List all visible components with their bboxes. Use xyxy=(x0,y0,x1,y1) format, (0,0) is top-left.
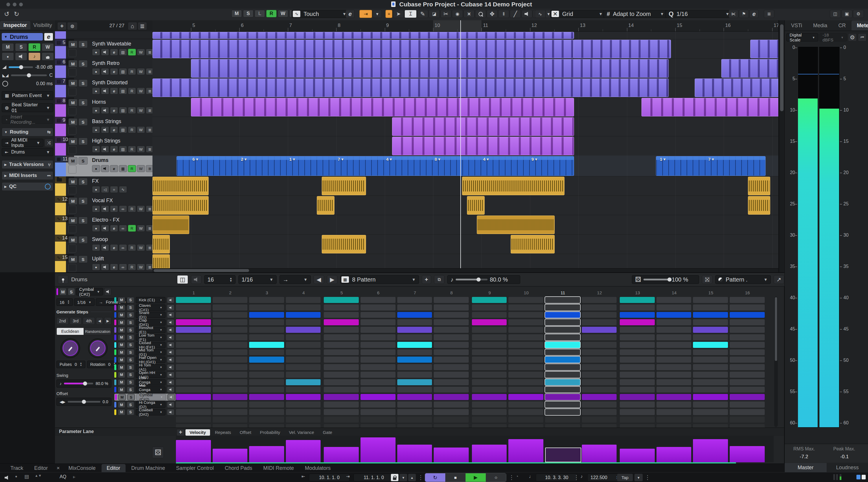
track-row-drums[interactable]: ▦11MSDrums●e▦RW≣ xyxy=(55,155,153,177)
setup-toolbar-button[interactable]: ⚙ xyxy=(853,10,864,18)
velocity-bar[interactable] xyxy=(730,446,765,462)
step-cell-active[interactable] xyxy=(545,357,580,363)
step-cell-active[interactable] xyxy=(434,394,469,400)
step-cell[interactable] xyxy=(249,327,284,333)
step-cell[interactable] xyxy=(582,334,617,340)
step-cell[interactable] xyxy=(545,409,580,415)
input-routing-dropdown[interactable]: ⇥ All MIDI Inputs ▼ xyxy=(2,139,43,147)
track-row-vocal-fx[interactable]: ∿12MSVocal FX●e∞RW≣ xyxy=(55,196,153,216)
step-cell-active[interactable] xyxy=(693,342,728,348)
step-cell[interactable] xyxy=(176,401,211,407)
step-cell[interactable] xyxy=(397,372,432,378)
monitor-button[interactable] xyxy=(101,49,109,56)
tab-track[interactable]: Track xyxy=(5,464,28,472)
track-row-fx[interactable]: MSFX●◁=∿ xyxy=(55,176,153,196)
step-cell-active[interactable] xyxy=(324,297,359,303)
read-button[interactable]: R xyxy=(128,225,136,232)
clip-audio[interactable] xyxy=(322,235,366,253)
insert-recording-dropdown[interactable]: ◔ Insert Recording... ▼ xyxy=(2,116,53,124)
lane-name-dropdown[interactable]: Closed HH (F#1)▼ xyxy=(136,342,165,348)
write-button[interactable]: W xyxy=(137,49,145,56)
track-row-high-strings[interactable]: ▤10MSHigh Strings●e▤RW≣ xyxy=(55,136,153,156)
step-cell-active[interactable] xyxy=(361,394,396,400)
record-arm-button[interactable]: ● xyxy=(92,107,100,114)
lane-solo-button[interactable]: S xyxy=(127,372,134,378)
lane-steps-stepper[interactable]: 16▲▼ xyxy=(56,299,73,306)
lane-name-dropdown[interactable]: Hi Tom (A1)▼ xyxy=(136,364,165,370)
step-cell[interactable] xyxy=(508,342,544,348)
read-button[interactable]: R xyxy=(128,49,136,56)
snap-type-dropdown[interactable]: ✕ Grid ▼ xyxy=(550,10,606,18)
lanes-button[interactable]: ≣ xyxy=(146,87,153,94)
record-ready-icon[interactable]: ● xyxy=(15,474,18,479)
step-cell-active[interactable] xyxy=(397,394,432,400)
step-cell[interactable] xyxy=(249,297,284,303)
tab-master[interactable]: Master xyxy=(785,463,827,472)
step-cell[interactable] xyxy=(286,334,321,340)
tool-split-toggle[interactable]: ≡ xyxy=(385,10,392,18)
drum-lane-7[interactable]: MSClosed HH (F#1)▼ xyxy=(114,341,175,348)
record-arm-button[interactable]: ● xyxy=(92,126,100,133)
lane-solo-button[interactable]: S xyxy=(127,409,134,415)
step-cell-active[interactable] xyxy=(545,379,580,385)
step-cell[interactable] xyxy=(656,319,691,325)
output-activity-icon[interactable] xyxy=(5,475,9,481)
lane-name-dropdown[interactable]: Half Open HH (G#1)▼ xyxy=(136,357,165,363)
track-picture[interactable] xyxy=(68,206,76,214)
pulses-knob[interactable] xyxy=(61,339,79,357)
lane-preview-button[interactable] xyxy=(167,334,175,341)
clip-violet[interactable] xyxy=(191,59,669,78)
velocity-bar[interactable] xyxy=(213,449,248,462)
lanes-button[interactable]: ≣ xyxy=(146,165,153,172)
add-parameter-button[interactable]: + xyxy=(177,429,185,436)
lane-mute-button[interactable]: M xyxy=(118,364,125,370)
step-cell[interactable] xyxy=(176,334,211,340)
drum-lane-8[interactable]: MSMid Tom (G1)▼ xyxy=(114,349,175,356)
step-cell[interactable] xyxy=(213,372,248,378)
step-cell[interactable] xyxy=(361,334,396,340)
step-cell-active[interactable] xyxy=(176,319,211,325)
step-cell[interactable] xyxy=(286,297,321,303)
step-cell[interactable] xyxy=(324,342,359,348)
track-picture[interactable] xyxy=(68,165,76,173)
step-cell[interactable] xyxy=(249,364,284,370)
step-cell[interactable] xyxy=(508,334,544,340)
step-cell[interactable] xyxy=(434,372,469,378)
track-row-swoop[interactable]: ∿14MSSwoop●e∞RW≣ xyxy=(55,235,153,254)
meter-reset-button[interactable]: ⏮ xyxy=(858,33,867,41)
clip-audio[interactable] xyxy=(153,235,170,253)
open-in-window-button[interactable]: ↗ xyxy=(774,275,784,284)
step-cell[interactable] xyxy=(730,387,765,393)
track-mute-button[interactable]: M xyxy=(68,197,78,205)
toolbar-listen[interactable]: L xyxy=(255,10,265,18)
track-solo-button[interactable]: S xyxy=(79,138,88,145)
clip-audio-dense[interactable] xyxy=(153,216,189,234)
step-cell[interactable] xyxy=(249,305,284,311)
record-arm-button[interactable]: ● xyxy=(2,52,14,60)
step-cell[interactable] xyxy=(213,342,248,348)
lane-preview-button[interactable] xyxy=(167,372,175,378)
playhead[interactable] xyxy=(460,20,461,272)
step-cell[interactable] xyxy=(249,409,284,415)
section-track-versions[interactable]: ▶ Track Versions ⑂ xyxy=(2,160,53,169)
edit-channel-button[interactable]: e xyxy=(110,87,118,94)
step-cell-active[interactable] xyxy=(472,319,507,325)
step-cell[interactable] xyxy=(730,334,765,340)
lane-solo-button[interactable]: S xyxy=(127,401,134,408)
lane-solo-button[interactable]: S xyxy=(127,364,134,370)
write-button[interactable]: W xyxy=(137,68,145,75)
lane-preview-button[interactable] xyxy=(167,319,175,325)
editor-vscrollbar[interactable] xyxy=(774,296,778,427)
step-cell[interactable] xyxy=(361,357,396,363)
step-cell-active[interactable] xyxy=(249,312,284,318)
right-zone-tab-meter[interactable]: Meter xyxy=(851,21,868,30)
drum-lane-10[interactable]: MSHi Tom (A1)▼ xyxy=(114,364,175,371)
step-cell[interactable] xyxy=(361,409,396,415)
track-row-electro-fx[interactable]: ∿13MSElectro - FX●e∞RW≣ xyxy=(55,215,153,235)
lane-offset-slider[interactable]: ◀▶ 0.0 xyxy=(56,398,112,406)
read-button[interactable]: R xyxy=(128,146,136,153)
step-cell[interactable] xyxy=(656,297,691,303)
step-cell[interactable] xyxy=(213,409,248,415)
step-cell-active[interactable] xyxy=(286,394,321,400)
zone-tab-sampler-control[interactable]: Sampler Control xyxy=(171,464,219,472)
